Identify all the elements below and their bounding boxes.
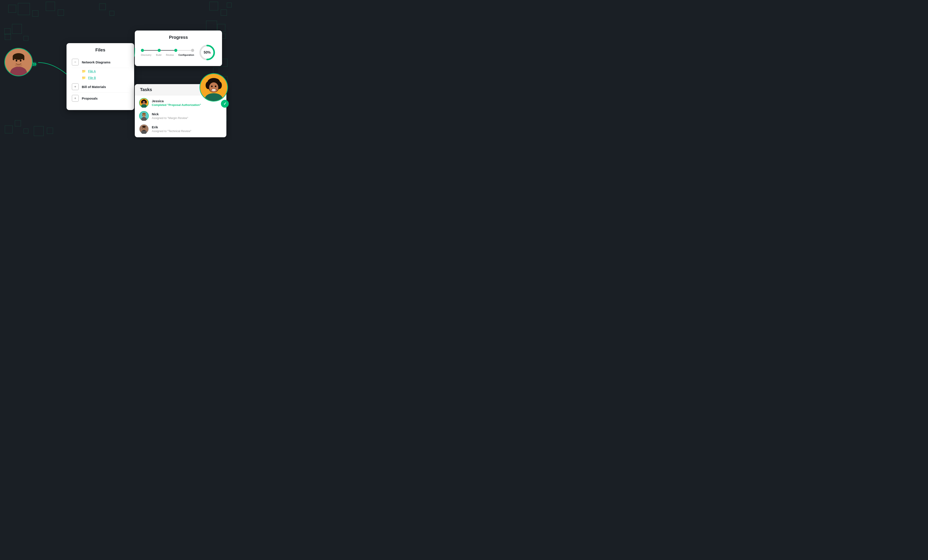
folder-icon-a: 📁 [82,69,86,73]
file-b-label: File B [88,76,96,79]
svg-point-7 [20,60,21,62]
svg-point-30 [143,128,143,129]
erik-name: Erik [152,125,191,129]
check-indicator: ✓ [221,100,229,108]
step-seg-1 [144,50,158,50]
step-dot-review [174,49,177,52]
network-diagrams-label: Network Diagrams [82,60,111,64]
task-row-nick: Nick Assigned to "Margin Review" [139,111,222,121]
task-row-erik: Erik Assigned to "Technical Review" [139,124,222,134]
checkmark-icon: ✓ [223,101,227,106]
label-review: Review [166,53,174,56]
nick-task: Assigned to "Margin Review" [152,116,188,120]
svg-point-43 [215,85,216,87]
progress-content: Discovery Build Review Configuration 50% [141,44,216,61]
proposals-icon-box: + [72,95,79,102]
folder-icon-b: 📁 [82,76,86,80]
plus-icon-proposals: + [74,96,76,100]
file-section-network: − Network Diagrams 📁 File A 📁 File B [72,56,129,81]
bom-icon-box: + [72,83,79,90]
step-dot-discovery [141,49,144,52]
forward-arrows: » [32,59,37,68]
svg-point-25 [145,115,145,116]
files-card-title: Files [72,47,129,53]
nick-name: Nick [152,112,188,116]
steps-line [141,49,194,52]
avatar-jessica [139,98,149,108]
svg-point-32 [142,129,146,131]
file-row-network[interactable]: − Network Diagrams [72,56,129,68]
file-a-label: File A [88,70,96,73]
task-info-jessica: Jessica Completed "Proposal Authorizatio… [152,99,201,107]
person-avatar-left [5,48,33,76]
file-b-row[interactable]: 📁 File B [82,75,129,81]
proposals-label: Proposals [82,96,98,100]
svg-point-44 [212,89,216,91]
progress-title: Progress [141,35,216,40]
svg-rect-4 [13,56,14,60]
file-a-row[interactable]: 📁 File A [82,68,129,75]
label-configuration: Configuration [179,53,194,56]
label-build: Build [156,53,161,56]
svg-point-6 [16,60,17,62]
bom-label: Bill of Materials [82,85,106,89]
progress-percentage: 50% [198,44,216,61]
file-row-bom[interactable]: + Bill of Materials [72,81,129,93]
plus-icon-bom: + [74,85,76,89]
person-avatar-right [200,73,228,102]
task-info-nick: Nick Assigned to "Margin Review" [152,112,188,120]
step-seg-2 [161,50,174,50]
minus-icon: − [74,60,76,64]
svg-point-8 [15,64,22,67]
progress-card: Progress Discovery Build Review Configur… [135,30,222,66]
svg-point-18 [143,102,143,103]
svg-point-24 [143,115,143,116]
step-dot-build [158,49,161,52]
jessica-task: Completed "Proposal Authorization" [152,103,201,107]
network-sub-items: 📁 File A 📁 File B [72,68,129,81]
steps-labels: Discovery Build Review Configuration [141,53,194,56]
avatar-erik [139,124,149,134]
file-row-proposals[interactable]: + Proposals [72,93,129,104]
svg-point-42 [211,85,213,87]
svg-rect-5 [23,56,24,60]
svg-point-19 [145,102,145,103]
svg-point-3 [13,53,24,60]
jessica-name: Jessica [152,99,201,103]
svg-point-31 [145,128,145,129]
erik-task: Assigned to "Technical Review" [152,129,191,133]
svg-point-23 [142,113,146,115]
network-icon-box: − [72,59,79,65]
avatar-nick [139,111,149,121]
files-list: − Network Diagrams 📁 File A 📁 File B + B [72,56,129,104]
step-dot-configuration [191,49,194,52]
step-seg-3 [177,50,191,50]
tasks-list: Jessica Completed "Proposal Authorizatio… [135,96,226,137]
files-card: Files − Network Diagrams 📁 File A 📁 File… [67,43,134,110]
label-discovery: Discovery [141,53,151,56]
progress-steps: Discovery Build Review Configuration [141,49,194,56]
svg-point-29 [142,126,146,128]
task-info-erik: Erik Assigned to "Technical Review" [152,125,191,133]
circle-progress: 50% [198,44,216,61]
